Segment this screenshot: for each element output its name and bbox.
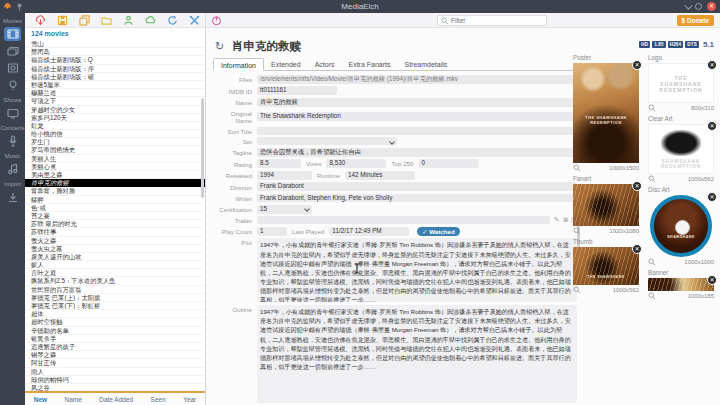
movie-row[interactable]: 色·戒 <box>25 204 205 212</box>
sidebar-item-movie-sets[interactable] <box>4 44 21 58</box>
sidebar-item-import[interactable] <box>4 190 21 204</box>
movie-row[interactable]: 美丽人生 <box>25 155 205 163</box>
zoom-image-icon[interactable] <box>648 292 656 300</box>
remove-image-icon[interactable]: ✕ <box>632 244 642 254</box>
sidebar-item-tv-shows[interactable] <box>4 106 21 120</box>
movie-row[interactable]: 超体 <box>25 310 205 318</box>
power-icon[interactable] <box>211 15 222 26</box>
movie-row[interactable]: 银翼杀手 <box>25 335 205 343</box>
movie-row[interactable]: 苔之宴 <box>25 212 205 220</box>
folder-icon[interactable] <box>101 15 112 26</box>
artwork-image[interactable]: SHAWSHANK <box>650 195 712 257</box>
window-shade-icon[interactable] <box>684 1 692 9</box>
movie-row[interactable]: 赛德克·巴莱(下)：彩虹桥 <box>25 302 205 310</box>
sort-tab[interactable]: New <box>34 396 47 403</box>
tagline-input[interactable]: 恐惧会囚禁灵魂，而希望能让你自由 <box>257 148 577 157</box>
movie-row[interactable]: 蚁人 <box>25 261 205 269</box>
movie-row[interactable]: 福音战士新剧场版：Q <box>25 56 205 64</box>
sort-tab[interactable]: Seen <box>151 396 166 403</box>
movie-row[interactable]: 美丽心灵 <box>25 163 205 171</box>
detail-tab[interactable]: Streamdetails <box>397 58 454 70</box>
movie-row[interactable]: 虞美人盛开的山坡 <box>25 253 205 261</box>
remove-image-icon[interactable]: ✕ <box>632 181 642 191</box>
movie-row[interactable]: 风之谷 <box>25 384 205 391</box>
movie-row[interactable]: 肖申克的救赎 <box>25 179 205 187</box>
detail-tab[interactable]: Actors <box>308 58 342 70</box>
artwork-image[interactable]: SHAWSHANK REDEMPTION <box>648 124 714 174</box>
add-person-icon[interactable] <box>123 15 134 26</box>
remove-image-icon[interactable]: ✕ <box>707 275 717 285</box>
released-input[interactable]: 1994 <box>257 171 312 180</box>
movie-row[interactable]: 穹顶之下 <box>25 97 205 105</box>
detail-tab[interactable]: Extended <box>264 58 308 70</box>
refresh-icon[interactable] <box>167 15 178 26</box>
votes-input[interactable]: 8,530 <box>326 159 386 168</box>
window-close-icon[interactable]: ✕ <box>707 2 716 11</box>
movie-list-scrollbar[interactable] <box>201 98 204 198</box>
artwork-image[interactable]: THE SHAWSHANK REDEMPTION <box>648 63 714 103</box>
movie-row[interactable]: 颠倒的帕特玛 <box>25 376 205 384</box>
filter-box[interactable] <box>437 15 547 26</box>
sidebar-item-movie-filters[interactable] <box>4 78 21 92</box>
remove-image-icon[interactable]: ✕ <box>707 60 717 70</box>
movie-row[interactable]: 红龙 <box>25 122 205 130</box>
remove-image-icon[interactable]: ✕ <box>707 121 717 131</box>
set-select[interactable] <box>257 137 397 145</box>
movie-row[interactable]: 苏联往事 <box>25 228 205 236</box>
movie-row[interactable]: 禁闭岛 <box>25 48 205 56</box>
save-icon[interactable] <box>57 15 68 26</box>
plot-textarea[interactable]: 1947年，小有成就的青年银行家安迪（蒂姆·罗宾斯 Tim Robbins 饰）… <box>257 238 577 302</box>
original-name-input[interactable]: The Shawshank Redemption <box>257 112 577 121</box>
movie-row[interactable]: 罗马帝国艳情史 <box>25 146 205 154</box>
movie-row[interactable]: 萤火之森 <box>25 237 205 245</box>
imdb-input[interactable]: tt0111161 <box>257 86 337 95</box>
zoom-image-icon[interactable] <box>573 164 581 172</box>
filter-input[interactable] <box>451 17 541 24</box>
detail-tab[interactable]: Information <box>213 58 264 71</box>
zoom-image-icon[interactable] <box>648 175 656 183</box>
artwork-image[interactable] <box>573 184 639 226</box>
movie-row[interactable]: 超时空接触 <box>25 318 205 326</box>
movie-row[interactable]: 索多玛120天 <box>25 114 205 122</box>
watched-badge[interactable]: ✓ Watched <box>417 227 459 236</box>
movie-row[interactable]: 背靠背，脸对脸 <box>25 187 205 195</box>
cloud-search-icon[interactable] <box>35 15 46 26</box>
director-input[interactable]: Frank Darabont <box>257 182 577 191</box>
zoom-image-icon[interactable] <box>573 286 581 294</box>
movie-row[interactable]: 钢琴之森 <box>25 351 205 359</box>
movie-row[interactable]: 言叶之庭 <box>25 269 205 277</box>
outline-textarea[interactable]: 1947年，小有成就的青年银行家安迪（蒂姆·罗宾斯 Tim Robbins 饰）… <box>257 305 577 403</box>
movie-row[interactable]: 美由里之森 <box>25 171 205 179</box>
remove-image-icon[interactable]: ✕ <box>707 192 717 202</box>
movie-row[interactable]: 穿越时空的少女 <box>25 106 205 114</box>
certification-select[interactable]: 15 <box>257 205 312 214</box>
zoom-image-icon[interactable] <box>648 104 656 112</box>
movie-row[interactable]: 雪山 <box>25 40 205 48</box>
trailer-input[interactable] <box>257 216 550 224</box>
artwork-image[interactable] <box>648 278 714 291</box>
donate-button[interactable]: $ Donate <box>677 15 714 26</box>
sort-tab[interactable]: Name <box>64 396 81 403</box>
sort-tab[interactable]: Year <box>183 396 196 403</box>
window-maximize-icon[interactable] <box>695 3 702 10</box>
movie-row[interactable]: 雨人 <box>25 368 205 376</box>
sort-tab[interactable]: Date Added <box>99 396 133 403</box>
zoom-image-icon[interactable] <box>648 258 656 266</box>
remove-image-icon[interactable]: ✕ <box>632 60 642 70</box>
cloud-sync-icon[interactable] <box>145 15 156 26</box>
movie-row[interactable]: 阿甘正传 <box>25 359 205 367</box>
sidebar-item-music[interactable] <box>4 162 21 176</box>
zoom-image-icon[interactable] <box>573 227 581 235</box>
last-played-input[interactable]: 11/2/17 12:49 PM <box>329 227 409 236</box>
play-count-input[interactable]: 1 <box>257 227 287 236</box>
movie-row[interactable]: 穆赫兰道 <box>25 89 205 97</box>
runtime-input[interactable]: 142 Minutes <box>345 171 415 180</box>
movie-row[interactable]: 艋舺 <box>25 196 205 204</box>
save-all-icon[interactable] <box>79 15 90 26</box>
movie-row[interactable]: 贫民窟的百万富翁 <box>25 286 205 294</box>
sort-title-input[interactable] <box>257 127 577 135</box>
movie-row[interactable]: 萤火虫之墓 <box>25 245 205 253</box>
movie-row[interactable]: 给小桃的信 <box>25 130 205 138</box>
edit-trailer-icon[interactable]: ✎ <box>554 216 560 224</box>
sidebar-item-concerts[interactable] <box>4 134 21 148</box>
